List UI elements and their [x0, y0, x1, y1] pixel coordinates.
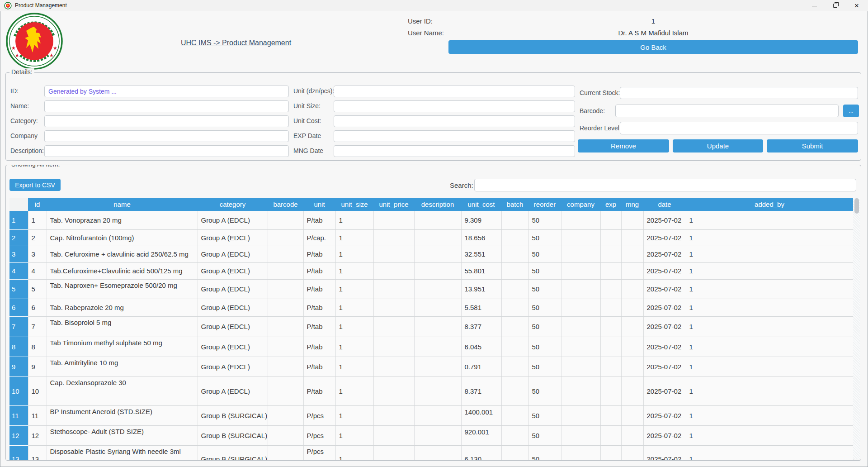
table-cell-category[interactable]: Group A (EDCL)	[198, 229, 268, 246]
table-cell-batch[interactable]	[501, 279, 528, 299]
table-cell-description[interactable]	[414, 445, 461, 461]
table-cell-description[interactable]	[414, 316, 461, 337]
row-number-cell[interactable]: 10	[9, 376, 28, 405]
row-number-cell[interactable]: 12	[9, 425, 28, 445]
unit-input[interactable]	[334, 86, 575, 97]
row-number-cell[interactable]: 13	[9, 445, 28, 461]
table-cell-unit_size[interactable]: 1	[335, 357, 373, 376]
table-cell-mng[interactable]	[621, 299, 643, 316]
reorder-level-input[interactable]	[620, 122, 858, 134]
table-cell-reorder[interactable]: 50	[528, 279, 561, 299]
table-cell-name[interactable]: Tab Timonium methyl sulphate 50 mg	[47, 337, 198, 357]
table-cell-unit_size[interactable]: 1	[335, 445, 373, 461]
table-cell-exp[interactable]	[600, 246, 621, 262]
id-input[interactable]	[44, 86, 289, 97]
table-cell-barcode[interactable]	[268, 211, 303, 229]
table-cell-category[interactable]: Group A (EDCL)	[198, 246, 268, 262]
table-cell-category[interactable]: Group A (EDCL)	[198, 262, 268, 279]
table-cell-unit[interactable]: P/tab	[303, 376, 335, 405]
column-header-description[interactable]: description	[414, 198, 461, 211]
table-cell-unit_price[interactable]	[373, 211, 414, 229]
update-button[interactable]: Update	[673, 139, 763, 152]
table-cell-mng[interactable]	[621, 262, 643, 279]
table-cell-unit_size[interactable]: 1	[335, 316, 373, 337]
column-header-name[interactable]: name	[47, 198, 198, 211]
table-cell-exp[interactable]	[600, 337, 621, 357]
table-cell-added_by[interactable]: 1	[686, 376, 853, 405]
table-cell-company[interactable]	[561, 337, 600, 357]
table-cell-unit_price[interactable]	[373, 376, 414, 405]
table-cell-date[interactable]: 2025-07-02	[643, 445, 686, 461]
table-cell-unit_size[interactable]: 1	[335, 299, 373, 316]
table-cell-batch[interactable]	[501, 299, 528, 316]
table-cell-category[interactable]: Group A (EDCL)	[198, 357, 268, 376]
table-cell-batch[interactable]	[501, 376, 528, 405]
table-cell-exp[interactable]	[600, 229, 621, 246]
table-cell-name[interactable]: Stethoscope- Adult (STD SIZE)	[47, 425, 198, 445]
table-cell-company[interactable]	[561, 445, 600, 461]
barcode-browse-button[interactable]: ...	[843, 105, 859, 117]
table-cell-unit[interactable]: P/pcs	[303, 405, 335, 425]
table-cell-mng[interactable]	[621, 376, 643, 405]
table-cell-company[interactable]	[561, 262, 600, 279]
table-cell-company[interactable]	[561, 279, 600, 299]
table-cell-unit_price[interactable]	[373, 279, 414, 299]
company-input[interactable]	[44, 130, 289, 142]
table-cell-unit_cost[interactable]: 32.551	[461, 246, 501, 262]
table-cell-added_by[interactable]: 1	[686, 405, 853, 425]
table-cell-name[interactable]: Cap. Dexlansoprazole 30	[47, 376, 198, 405]
column-header-unit_price[interactable]: unit_price	[373, 198, 414, 211]
table-cell-unit[interactable]: P/pcs	[303, 425, 335, 445]
row-number-cell[interactable]: 2	[9, 229, 28, 246]
table-cell-exp[interactable]	[600, 211, 621, 229]
column-header-batch[interactable]: batch	[501, 198, 528, 211]
row-number-cell[interactable]: 1	[9, 211, 28, 229]
table-cell-description[interactable]	[414, 262, 461, 279]
table-cell-date[interactable]: 2025-07-02	[643, 425, 686, 445]
minimize-button[interactable]	[804, 0, 825, 11]
table-cell-category[interactable]: Group A (EDCL)	[198, 279, 268, 299]
table-cell-added_by[interactable]: 1	[686, 279, 853, 299]
table-cell-company[interactable]	[561, 229, 600, 246]
table-cell-unit_cost[interactable]: 8.371	[461, 376, 501, 405]
table-cell-mng[interactable]	[621, 279, 643, 299]
table-cell-unit_price[interactable]	[373, 445, 414, 461]
row-number-cell[interactable]: 5	[9, 279, 28, 299]
table-cell-description[interactable]	[414, 246, 461, 262]
mng-date-input[interactable]	[334, 145, 575, 157]
table-cell-date[interactable]: 2025-07-02	[643, 279, 686, 299]
table-row[interactable]: 1313Disposable Plastic Syriang With need…	[9, 445, 853, 461]
table-row[interactable]: 1010Cap. Dexlansoprazole 30Group A (EDCL…	[9, 376, 853, 405]
table-cell-barcode[interactable]	[268, 445, 303, 461]
row-number-cell[interactable]: 6	[9, 299, 28, 316]
barcode-input[interactable]	[615, 105, 839, 117]
table-cell-unit_size[interactable]: 1	[335, 246, 373, 262]
table-cell-category[interactable]: Group B (SURGICAL)	[198, 405, 268, 425]
row-number-cell[interactable]: 8	[9, 337, 28, 357]
table-cell-unit_size[interactable]: 1	[335, 337, 373, 357]
table-cell-unit_cost[interactable]: 18.656	[461, 229, 501, 246]
table-cell-name[interactable]: Tab. Rabeprazole 20 mg	[47, 299, 198, 316]
table-cell-unit_size[interactable]: 1	[335, 262, 373, 279]
table-cell-mng[interactable]	[621, 357, 643, 376]
table-cell-unit[interactable]: P/tab	[303, 299, 335, 316]
table-cell-reorder[interactable]: 50	[528, 357, 561, 376]
remove-button[interactable]: Remove	[578, 139, 669, 152]
table-cell-added_by[interactable]: 1	[686, 246, 853, 262]
column-header-unit_size[interactable]: unit_size	[335, 198, 373, 211]
table-cell-category[interactable]: Group A (EDCL)	[198, 299, 268, 316]
table-row[interactable]: 99Tab. Amitrityline 10 mgGroup A (EDCL)P…	[9, 357, 853, 376]
table-cell-name[interactable]: Tab.Cefuroxime+Clavulinic acid 500/125 m…	[47, 262, 198, 279]
table-cell-company[interactable]	[561, 299, 600, 316]
table-row[interactable]: 22Cap. Nitrofurantoin (100mg)Group A (ED…	[9, 229, 853, 246]
table-cell-category[interactable]: Group B (SURGICAL)	[198, 445, 268, 461]
table-cell-company[interactable]	[561, 405, 600, 425]
table-cell-id[interactable]: 11	[28, 405, 47, 425]
table-cell-category[interactable]: Group A (EDCL)	[198, 376, 268, 405]
table-cell-company[interactable]	[561, 211, 600, 229]
table-cell-barcode[interactable]	[268, 425, 303, 445]
table-cell-unit_price[interactable]	[373, 229, 414, 246]
table-cell-exp[interactable]	[600, 376, 621, 405]
table-cell-reorder[interactable]: 50	[528, 425, 561, 445]
column-header-exp[interactable]: exp	[600, 198, 621, 211]
